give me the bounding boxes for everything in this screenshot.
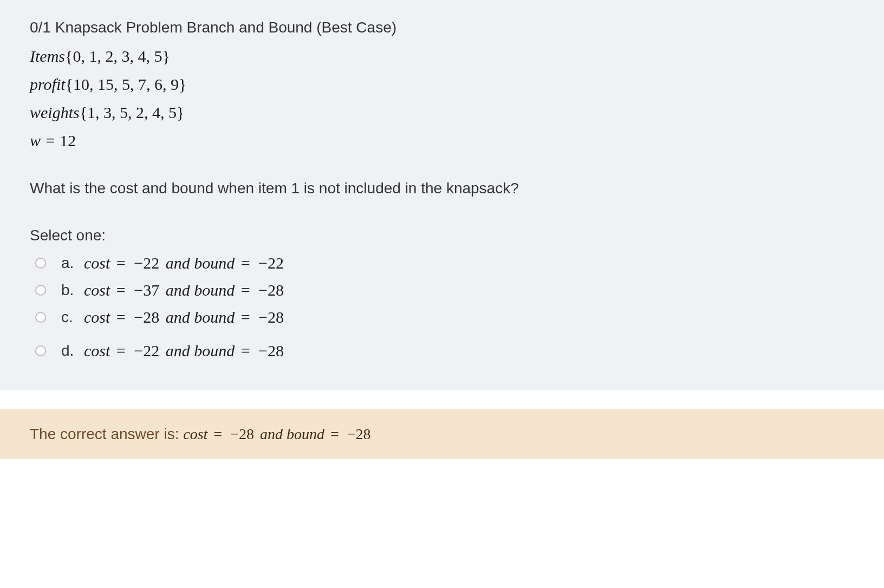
weights-line: weights{1, 3, 5, 2, 4, 5} bbox=[30, 103, 854, 122]
radio-icon[interactable] bbox=[35, 285, 46, 296]
bound-word: and bound bbox=[161, 308, 235, 326]
option-b[interactable]: b. cost = −37 and bound = −28 bbox=[35, 281, 854, 299]
bound-word: and bound bbox=[161, 254, 235, 272]
bound-value: −28 bbox=[256, 308, 286, 326]
option-letter: d. bbox=[61, 342, 84, 360]
w-value: 12 bbox=[60, 132, 76, 149]
option-text: cost = −22 and bound = −22 bbox=[84, 254, 286, 272]
equals-op: = bbox=[110, 254, 132, 272]
question-title: 0/1 Knapsack Problem Branch and Bound (B… bbox=[30, 19, 854, 36]
answer-cost-value: −28 bbox=[228, 426, 256, 442]
option-letter: c. bbox=[61, 309, 84, 326]
weights-label: weights bbox=[30, 103, 80, 121]
option-letter: a. bbox=[61, 254, 84, 272]
profit-set: {10, 15, 5, 7, 6, 9} bbox=[66, 75, 187, 93]
equals-op: = bbox=[110, 281, 132, 299]
equals-op: = bbox=[207, 426, 228, 442]
answer-bound-value: −28 bbox=[345, 426, 373, 442]
items-line: Items{0, 1, 2, 3, 4, 5} bbox=[30, 47, 854, 66]
equals-op: = bbox=[235, 254, 256, 272]
option-d[interactable]: d. cost = −22 and bound = −28 bbox=[35, 342, 854, 360]
question-prompt: What is the cost and bound when item 1 i… bbox=[30, 180, 854, 197]
equals-op: = bbox=[110, 308, 132, 326]
answer-prefix: The correct answer is: bbox=[30, 426, 183, 442]
bound-word: and bound bbox=[161, 281, 235, 299]
items-set: {0, 1, 2, 3, 4, 5} bbox=[65, 47, 170, 65]
option-letter: b. bbox=[61, 282, 84, 299]
equals-op: = bbox=[110, 342, 132, 360]
radio-icon[interactable] bbox=[35, 345, 46, 356]
cost-word: cost bbox=[183, 426, 207, 442]
bound-value: −28 bbox=[256, 342, 286, 360]
radio-icon[interactable] bbox=[35, 312, 46, 323]
cost-word: cost bbox=[84, 281, 110, 299]
equals-op: = bbox=[235, 342, 256, 360]
answer-panel: The correct answer is: cost = −28 and bo… bbox=[0, 409, 884, 459]
equals-op: = bbox=[41, 132, 60, 149]
cost-value: −37 bbox=[132, 281, 161, 299]
cost-value: −28 bbox=[132, 308, 161, 326]
cost-word: cost bbox=[84, 308, 110, 326]
equals-op: = bbox=[235, 281, 256, 299]
bound-value: −28 bbox=[256, 281, 286, 299]
cost-value: −22 bbox=[132, 254, 161, 272]
bound-word: and bound bbox=[161, 342, 235, 360]
option-c[interactable]: c. cost = −28 and bound = −28 bbox=[35, 308, 854, 326]
items-label: Items bbox=[30, 47, 65, 65]
option-text: cost = −28 and bound = −28 bbox=[84, 308, 286, 326]
weights-set: {1, 3, 5, 2, 4, 5} bbox=[80, 103, 185, 121]
profit-line: profit{10, 15, 5, 7, 6, 9} bbox=[30, 75, 854, 94]
bound-word: and bound bbox=[256, 426, 324, 442]
cost-word: cost bbox=[84, 342, 110, 360]
select-one-label: Select one: bbox=[30, 227, 854, 244]
w-line: w = 12 bbox=[30, 132, 854, 150]
question-panel: 0/1 Knapsack Problem Branch and Bound (B… bbox=[0, 0, 884, 390]
option-a[interactable]: a. cost = −22 and bound = −22 bbox=[35, 254, 854, 272]
answer-text: The correct answer is: cost = −28 and bo… bbox=[30, 426, 854, 443]
option-text: cost = −37 and bound = −28 bbox=[84, 281, 286, 299]
equals-op: = bbox=[324, 426, 345, 442]
profit-label: profit bbox=[30, 75, 66, 93]
bound-value: −22 bbox=[256, 254, 286, 272]
cost-value: −22 bbox=[132, 342, 161, 360]
w-label: w bbox=[30, 132, 41, 149]
cost-word: cost bbox=[84, 254, 110, 272]
option-text: cost = −22 and bound = −28 bbox=[84, 342, 286, 360]
radio-icon[interactable] bbox=[35, 258, 46, 269]
options-group: a. cost = −22 and bound = −22 b. cost = … bbox=[30, 254, 854, 360]
equals-op: = bbox=[235, 308, 256, 326]
